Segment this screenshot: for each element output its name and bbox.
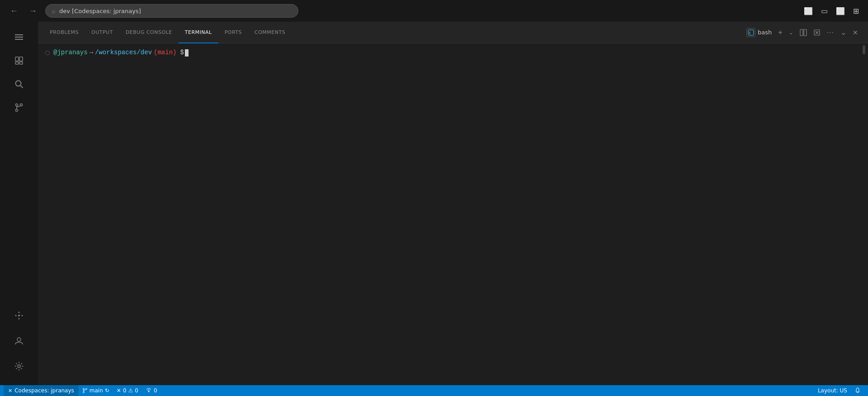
menu-button[interactable] (8, 26, 30, 48)
svg-point-13 (19, 312, 20, 313)
activity-bar-bottom (8, 304, 30, 382)
chevron-down-icon: ⌄ (789, 29, 793, 36)
title-bar: ← → ⌕ dev [Codespaces: jpranays] ⬜ ▭ ⬜ ⊞ (0, 0, 868, 22)
terminal-prompt-line: @jpranays → /workspaces/dev (main) $ (45, 48, 861, 57)
broadcast-status[interactable]: 0 (142, 385, 161, 396)
broadcast-icon (146, 387, 152, 394)
warning-count: 0 (135, 387, 138, 394)
svg-rect-22 (804, 29, 807, 36)
terminal-prompt-char: $ (180, 48, 184, 57)
chevron-down2-icon: ⌄ (840, 28, 846, 37)
forward-button[interactable]: → (26, 5, 40, 18)
more-icon: ··· (827, 28, 834, 37)
main-layout: PROBLEMS OUTPUT DEBUG CONSOLE TERMINAL P… (0, 22, 868, 385)
tab-terminal[interactable]: TERMINAL (179, 22, 218, 43)
close-panel-button[interactable]: ✕ (850, 27, 861, 38)
warning-icon: ⚠ (128, 387, 133, 394)
broadcast-count: 0 (154, 387, 157, 394)
search-icon: ⌕ (52, 8, 56, 14)
toggle-secondary-sidebar-button[interactable]: ⬜ (834, 5, 847, 17)
activity-bar (0, 22, 38, 385)
tab-debug-console[interactable]: DEBUG CONSOLE (119, 22, 179, 43)
tab-ports[interactable]: PORTS (218, 22, 248, 43)
status-bar: ✕ Codespaces: jpranays main ↻ ✕ 0 ⚠ 0 (0, 385, 868, 396)
bell-icon (854, 387, 861, 394)
editor-area: PROBLEMS OUTPUT DEBUG CONSOLE TERMINAL P… (38, 22, 868, 385)
svg-rect-2 (15, 39, 23, 40)
layout-label: Layout: US (818, 387, 847, 394)
new-terminal-button[interactable]: + (775, 27, 785, 38)
search-button[interactable] (8, 73, 30, 95)
svg-rect-3 (15, 57, 19, 61)
settings-button[interactable] (8, 355, 30, 377)
svg-line-8 (20, 85, 23, 88)
branch-icon (82, 388, 88, 393)
toggle-panel-button[interactable]: ▭ (819, 5, 830, 17)
launch-profile-button[interactable]: ⌄ (786, 28, 796, 38)
terminal-arrow: → (90, 48, 93, 57)
search-bar[interactable]: ⌕ dev [Codespaces: jpranays] (45, 4, 298, 18)
svg-point-29 (148, 391, 149, 392)
svg-rect-4 (19, 57, 23, 61)
title-bar-right: ⬜ ▭ ⬜ ⊞ (802, 5, 861, 17)
error-count: 0 (123, 387, 127, 394)
svg-rect-0 (15, 34, 23, 35)
svg-point-15 (15, 315, 17, 316)
svg-text:$: $ (749, 31, 750, 35)
source-control-button[interactable] (8, 97, 30, 118)
split-terminal-button[interactable] (797, 27, 810, 38)
layout-status[interactable]: Layout: US (814, 385, 851, 396)
terminal-path: /workspaces/dev (95, 48, 152, 57)
terminal-branch: (main) (154, 48, 176, 57)
svg-point-11 (20, 104, 23, 106)
tab-output[interactable]: OUTPUT (85, 22, 119, 43)
toggle-primary-sidebar-button[interactable]: ⬜ (802, 5, 815, 17)
svg-rect-21 (800, 29, 803, 36)
codespace-status[interactable]: ✕ Codespaces: jpranays (4, 385, 79, 396)
notifications-button[interactable] (851, 385, 864, 396)
sync-icon: ↻ (105, 387, 109, 394)
status-bar-left: ✕ Codespaces: jpranays main ↻ ✕ 0 ⚠ 0 (4, 385, 161, 396)
svg-rect-1 (15, 37, 23, 38)
svg-point-26 (83, 388, 84, 390)
errors-status[interactable]: ✕ 0 ⚠ 0 (113, 385, 142, 396)
account-button[interactable] (8, 330, 30, 352)
svg-point-27 (83, 391, 84, 393)
svg-point-18 (18, 365, 20, 368)
terminal-content[interactable]: @jpranays → /workspaces/dev (main) $ (38, 43, 868, 385)
tab-comments[interactable]: COMMENTS (248, 22, 292, 43)
panel: PROBLEMS OUTPUT DEBUG CONSOLE TERMINAL P… (38, 22, 868, 385)
svg-point-17 (17, 338, 21, 341)
terminal-circle-icon (45, 51, 50, 55)
title-bar-left: ← → ⌕ dev [Codespaces: jpranays] (7, 4, 298, 18)
customize-layout-button[interactable]: ⊞ (851, 5, 861, 17)
add-icon: + (778, 28, 782, 37)
svg-point-14 (19, 318, 20, 320)
svg-point-10 (16, 109, 18, 112)
explorer-button[interactable] (8, 50, 30, 71)
svg-rect-6 (19, 62, 23, 64)
branch-status[interactable]: main ↻ (79, 385, 113, 396)
close-icon: ✕ (853, 29, 858, 36)
search-bar-text: dev [Codespaces: jpranays] (59, 8, 141, 14)
back-button[interactable]: ← (7, 5, 21, 18)
svg-rect-5 (15, 62, 19, 64)
svg-point-12 (18, 315, 20, 316)
maximize-panel-button[interactable]: ⌄ (838, 26, 849, 38)
svg-point-28 (85, 388, 87, 390)
codespace-x-icon: ✕ (8, 388, 12, 394)
tab-problems[interactable]: PROBLEMS (43, 22, 85, 43)
extensions-button[interactable] (8, 305, 30, 326)
panel-tabs: PROBLEMS OUTPUT DEBUG CONSOLE TERMINAL P… (38, 22, 868, 43)
bash-label: bash (758, 29, 772, 36)
bash-icon: $ (746, 28, 755, 37)
error-icon: ✕ (117, 387, 121, 394)
svg-point-16 (22, 315, 23, 316)
panel-tab-actions: $ bash + ⌄ (744, 22, 863, 43)
more-actions-button[interactable]: ··· (824, 27, 837, 38)
terminal-cursor (185, 49, 189, 57)
svg-point-9 (16, 104, 18, 106)
bash-terminal-label[interactable]: $ bash (744, 26, 774, 39)
kill-terminal-button[interactable] (811, 27, 823, 38)
terminal-username: @jpranays (53, 48, 88, 57)
